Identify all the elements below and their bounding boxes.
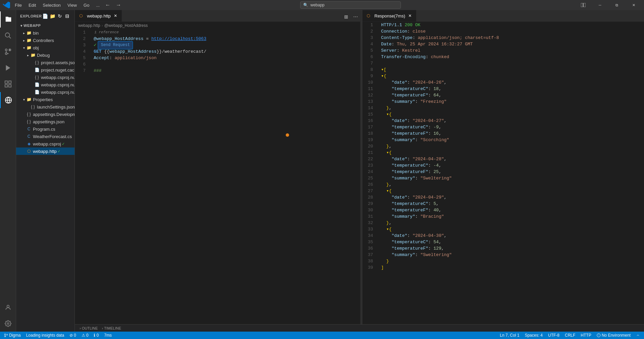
window-minimize-button[interactable]: ─ bbox=[592, 0, 608, 10]
header-key: Date bbox=[381, 41, 392, 47]
response-tab-icon: ⬡ bbox=[366, 13, 371, 18]
collapse-all-button[interactable]: ⊟ bbox=[64, 13, 71, 19]
nav-back-button[interactable]: ← bbox=[103, 0, 112, 10]
tree-item-weatherforecast-cs[interactable]: ▸ C WeatherForecast.cs bbox=[16, 133, 75, 140]
search-box[interactable]: 🔍 webapp bbox=[300, 1, 401, 9]
branch-status[interactable]: Digma bbox=[3, 332, 22, 339]
resp-line-16: "date" : "2024-04-27" , bbox=[381, 118, 644, 124]
breadcrumb-symbol[interactable]: @webapp_HostAddress bbox=[104, 23, 148, 28]
rln-2: 2 bbox=[362, 28, 376, 35]
position-status[interactable]: Ln 7, Col 1 bbox=[499, 332, 521, 339]
tab-webapp-http[interactable]: ⬡ webapp.http ✕ bbox=[75, 10, 122, 22]
tab-close-button[interactable]: ✕ bbox=[113, 13, 118, 18]
tab-response[interactable]: ⬡ Response(7ms) ✕ bbox=[362, 10, 416, 22]
panel-right: ⬡ Response(7ms) ✕ 1 2 3 4 5 6 bbox=[362, 10, 644, 324]
menu-view[interactable]: View bbox=[64, 1, 80, 9]
resp-line-38: } bbox=[381, 258, 644, 264]
indent bbox=[381, 213, 392, 220]
json-file-icon: { } bbox=[26, 119, 32, 124]
menu-selection[interactable]: Selection bbox=[39, 1, 64, 9]
indent bbox=[381, 232, 392, 239]
tree-item-webapp-props[interactable]: ▸ 📄 webapp.csproj.nuget.g.props bbox=[16, 81, 75, 88]
time-status[interactable]: 7ms bbox=[103, 332, 113, 339]
tree-item-launchsettings[interactable]: ▸ { } launchSettings.json bbox=[16, 103, 75, 111]
window-close-button[interactable]: ✕ bbox=[626, 0, 641, 10]
code-editor[interactable]: 1 2 3 4 5 6 7 1 referenc bbox=[75, 29, 360, 324]
scroll-to-top-button[interactable] bbox=[635, 332, 641, 339]
resp-line-31: "summary" : "Bracing" bbox=[381, 213, 644, 220]
tree-label-webapp-http: webapp.http bbox=[33, 149, 57, 154]
tree-item-webapp-http[interactable]: ▸ ⬡ webapp.http ✓ bbox=[16, 147, 75, 155]
extensions-activity-icon[interactable] bbox=[0, 76, 16, 92]
resp-line-10: "date" : "2024-04-26" , bbox=[381, 79, 644, 86]
sidebar-actions: 📄 📁 ↻ ⊟ bbox=[42, 13, 71, 19]
rln-38: 38 bbox=[362, 258, 376, 264]
insights-status[interactable]: Loading insights data bbox=[25, 332, 65, 339]
tree-item-obj[interactable]: ▾ 📁 obj bbox=[16, 44, 75, 51]
window-restore-button[interactable]: ⧉ bbox=[609, 0, 625, 10]
response-tab-close-button[interactable]: ✕ bbox=[407, 13, 413, 18]
nav-forward-button[interactable]: → bbox=[114, 0, 123, 10]
tree-item-properties[interactable]: ▾ 📁 Properties bbox=[16, 96, 75, 103]
spaces-status[interactable]: Spaces: 4 bbox=[523, 332, 544, 339]
info-status[interactable]: ℹ 0 bbox=[92, 332, 100, 339]
settings-activity-icon[interactable] bbox=[0, 315, 16, 332]
tree-item-appsettings[interactable]: ▸ { } appsettings.json bbox=[16, 118, 75, 125]
tree-item-program-cs[interactable]: ▸ C Program.cs bbox=[16, 125, 75, 133]
tree-item-project-assets[interactable]: ▸ { } project.assets.json bbox=[16, 59, 75, 66]
tree-item-appsettings-dev[interactable]: ▸ { } appsettings.Development.json bbox=[16, 111, 75, 118]
info-icon: ℹ bbox=[94, 333, 95, 338]
warnings-status[interactable]: ⚠ 0 bbox=[80, 332, 90, 339]
rln-28: 28 bbox=[362, 194, 376, 201]
language-status[interactable]: HTTP bbox=[580, 332, 593, 339]
val: 25 bbox=[433, 169, 439, 175]
tree-item-webapp-dgspec[interactable]: ▸ { } webapp.csproj.nuget.dgspec.json bbox=[16, 74, 75, 81]
run-debug-activity-icon[interactable] bbox=[0, 60, 16, 76]
indent bbox=[381, 92, 392, 98]
rln-8: 8 bbox=[362, 67, 376, 73]
menu-bar: File Edit Selection View Go ... bbox=[11, 1, 103, 9]
new-file-button[interactable]: 📄 bbox=[42, 13, 49, 19]
window-layout-icon[interactable] bbox=[576, 0, 591, 10]
key: "temperatureF" bbox=[392, 245, 428, 252]
tree-item-controllers[interactable]: ▸ 📁 Controllers bbox=[16, 37, 75, 44]
env-status[interactable]: No Environment bbox=[595, 332, 632, 339]
rln-15: 15 bbox=[362, 111, 376, 118]
menu-go[interactable]: Go bbox=[80, 1, 93, 9]
tree-item-webapp-targets[interactable]: ▸ 📄 webapp.csproj.nuget.g.targets bbox=[16, 88, 75, 96]
refresh-button[interactable]: ↻ bbox=[57, 13, 63, 19]
tree-item-project-nuget-cache[interactable]: ▸ 📄 project.nuget.cache bbox=[16, 66, 75, 74]
tree-item-bin[interactable]: ▸ 📁 bin bbox=[16, 29, 75, 37]
tree-item-debug[interactable]: ▸ 📁 Debug bbox=[16, 51, 75, 59]
fold-icon: ▾ bbox=[381, 111, 389, 118]
comma: , bbox=[444, 194, 447, 201]
more-actions-button[interactable]: ⋯ bbox=[351, 12, 360, 22]
line-ending-status[interactable]: CRLF bbox=[563, 332, 577, 339]
menu-edit[interactable]: Edit bbox=[25, 1, 39, 9]
breadcrumb-file[interactable]: webapp.http bbox=[78, 23, 100, 28]
tree-root-webapp[interactable]: ▾ WEBAPP bbox=[16, 22, 75, 29]
svg-point-13 bbox=[7, 305, 9, 307]
menu-more[interactable]: ... bbox=[93, 1, 103, 9]
send-request-button[interactable]: Send Request bbox=[98, 41, 133, 49]
val: "Bracing" bbox=[420, 213, 444, 220]
timeline-section[interactable]: › TIMELINE bbox=[100, 325, 123, 332]
resp-line-36: "temperatureF" : 129 , bbox=[381, 245, 644, 252]
response-content[interactable]: 1 2 3 4 5 6 7 8 9 10 11 12 13 bbox=[362, 22, 644, 324]
rest-client-activity-icon[interactable] bbox=[0, 92, 16, 108]
csproj-file-icon: ◈ bbox=[26, 141, 32, 146]
encoding-status[interactable]: UTF-8 bbox=[547, 332, 561, 339]
tree-label-project-assets: project.assets.json bbox=[41, 60, 75, 65]
source-control-activity-icon[interactable] bbox=[0, 44, 16, 60]
comma: , bbox=[439, 239, 442, 245]
search-activity-icon[interactable] bbox=[0, 28, 16, 44]
explorer-activity-icon[interactable] bbox=[0, 11, 16, 28]
outline-section[interactable]: › OUTLINE bbox=[78, 325, 100, 332]
menu-file[interactable]: File bbox=[11, 1, 25, 9]
tree-label-debug: Debug bbox=[37, 53, 50, 58]
new-folder-button[interactable]: 📁 bbox=[49, 13, 56, 19]
split-editor-button[interactable]: ⊞ bbox=[341, 12, 351, 22]
accounts-activity-icon[interactable] bbox=[0, 299, 16, 315]
errors-status[interactable]: ⊘ 0 bbox=[68, 332, 78, 339]
tree-item-webapp-csproj[interactable]: ▸ ◈ webapp.csproj ✓ bbox=[16, 140, 75, 147]
